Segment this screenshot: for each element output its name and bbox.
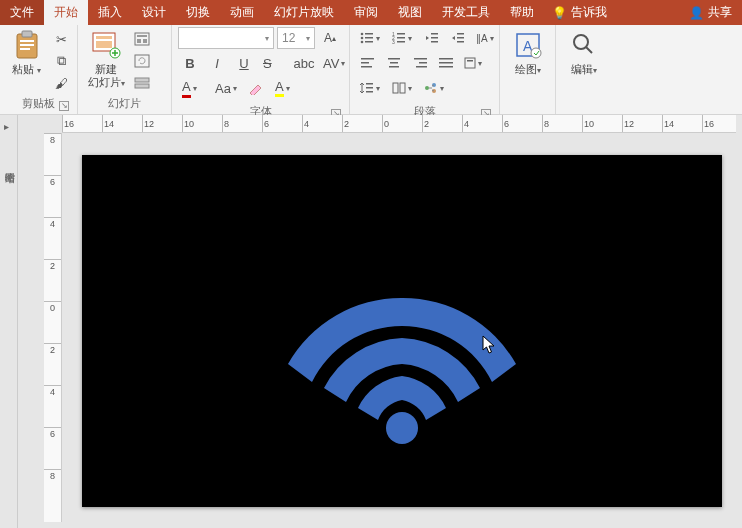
tell-me-label: 告诉我 — [571, 4, 607, 21]
tab-view[interactable]: 视图 — [388, 0, 432, 25]
align-left-button[interactable] — [356, 52, 380, 74]
align-right-button[interactable] — [408, 52, 432, 74]
smartart-button[interactable]: ▾ — [420, 77, 450, 99]
group-editing: 编辑▾ — [556, 25, 612, 114]
svg-rect-35 — [361, 62, 369, 64]
increase-indent-button[interactable] — [446, 27, 470, 49]
align-center-button[interactable] — [382, 52, 406, 74]
font-name-combo[interactable]: ▾ — [178, 27, 274, 49]
char-spacing-button[interactable]: AV▾ — [319, 52, 349, 74]
svg-rect-7 — [96, 41, 112, 48]
svg-rect-23 — [397, 33, 405, 35]
svg-rect-17 — [365, 33, 373, 35]
svg-rect-34 — [361, 58, 374, 60]
tab-help[interactable]: 帮助 — [500, 0, 544, 25]
copy-icon: ⧉ — [57, 53, 66, 69]
svg-rect-36 — [361, 66, 372, 68]
font-size-combo[interactable]: 12 ▾ — [277, 27, 315, 49]
wifi-shape[interactable] — [252, 242, 552, 462]
svg-rect-10 — [137, 35, 147, 37]
bullets-button[interactable]: ▾ — [356, 27, 386, 49]
tab-devtools[interactable]: 开发工具 — [432, 0, 500, 25]
slide-canvas[interactable] — [82, 155, 722, 507]
decrease-indent-button[interactable] — [420, 27, 444, 49]
italic-button[interactable]: I — [205, 52, 229, 74]
thumbnail-pane-collapsed[interactable]: ▸ 缩略图 — [0, 115, 18, 528]
highlight-button[interactable]: A▾ — [271, 77, 301, 99]
align-text-button[interactable]: ▾ — [460, 52, 490, 74]
vertical-ruler[interactable]: 864202468 — [44, 133, 62, 522]
ribbon: 粘贴 ▾ ✂ ⧉ 🖌 剪贴板↘ 新建 幻灯片▾ 幻灯片 — [0, 25, 742, 115]
expand-chevron-icon[interactable]: ▸ — [4, 121, 9, 132]
underline-button[interactable]: U — [232, 52, 256, 74]
grow-font-button[interactable]: A▴ — [318, 27, 342, 49]
tab-design[interactable]: 设计 — [132, 0, 176, 25]
font-color-button[interactable]: A▾ — [178, 77, 208, 99]
svg-rect-12 — [143, 39, 147, 43]
change-case-button[interactable]: Aa▾ — [211, 77, 241, 99]
svg-rect-2 — [20, 40, 34, 42]
svg-point-60 — [386, 412, 418, 444]
strike-button[interactable]: S — [259, 52, 289, 74]
svg-text:3: 3 — [392, 39, 395, 44]
bold-button[interactable]: B — [178, 52, 202, 74]
svg-rect-33 — [457, 41, 464, 43]
share-button[interactable]: 👤 共享 — [679, 0, 742, 25]
clipboard-launcher[interactable]: ↘ — [59, 101, 69, 111]
tab-file[interactable]: 文件 — [0, 0, 44, 25]
format-painter-button[interactable]: 🖌 — [51, 73, 71, 93]
svg-rect-3 — [20, 44, 34, 46]
cut-button[interactable]: ✂ — [51, 29, 71, 49]
new-slide-button[interactable]: 新建 幻灯片▾ — [84, 27, 128, 89]
tab-transition[interactable]: 切换 — [176, 0, 220, 25]
svg-rect-14 — [135, 78, 149, 82]
copy-button[interactable]: ⧉ — [51, 51, 71, 71]
svg-rect-41 — [419, 62, 427, 64]
section-button[interactable] — [132, 73, 152, 93]
svg-rect-25 — [397, 37, 405, 39]
reset-button[interactable] — [132, 51, 152, 71]
drawing-button[interactable]: A 绘图▾ — [506, 27, 549, 76]
layout-button[interactable] — [132, 29, 152, 49]
line-spacing-button[interactable]: ▾ — [356, 77, 386, 99]
svg-rect-29 — [431, 37, 438, 39]
columns-button[interactable]: ▾ — [388, 77, 418, 99]
brush-icon: 🖌 — [55, 76, 68, 91]
numbering-button[interactable]: 123▾ — [388, 27, 418, 49]
svg-rect-15 — [135, 84, 149, 88]
svg-rect-40 — [414, 58, 427, 60]
svg-rect-37 — [388, 58, 400, 60]
chevron-down-icon: ▾ — [306, 34, 310, 43]
svg-rect-11 — [137, 39, 141, 43]
tab-slideshow[interactable]: 幻灯片放映 — [264, 0, 344, 25]
svg-rect-45 — [439, 66, 453, 68]
tab-review[interactable]: 审阅 — [344, 0, 388, 25]
justify-button[interactable] — [434, 52, 458, 74]
tab-home[interactable]: 开始 — [44, 0, 88, 25]
clipboard-icon — [11, 29, 43, 61]
svg-rect-32 — [457, 37, 464, 39]
svg-point-58 — [531, 48, 541, 58]
svg-rect-6 — [96, 36, 112, 39]
new-slide-icon — [90, 29, 122, 61]
tab-animation[interactable]: 动画 — [220, 0, 264, 25]
svg-rect-46 — [465, 58, 475, 68]
chevron-down-icon: ▾ — [265, 34, 269, 43]
svg-rect-28 — [431, 33, 438, 35]
svg-point-18 — [361, 37, 364, 40]
svg-rect-42 — [416, 66, 427, 68]
tab-insert[interactable]: 插入 — [88, 0, 132, 25]
clear-format-button[interactable] — [244, 77, 268, 99]
editing-label: 编辑 — [571, 63, 593, 75]
group-font: ▾ 12 ▾ A▴ B I U S abc AV▾ A▾ Aa▾ A▾ — [172, 25, 350, 114]
horizontal-ruler[interactable]: 1614121086420246810121416 — [62, 115, 736, 133]
svg-point-53 — [425, 86, 429, 90]
group-slides: 新建 幻灯片▾ 幻灯片 — [78, 25, 172, 114]
paste-button[interactable]: 粘贴 ▾ — [6, 27, 47, 76]
shadow-button[interactable]: abc — [292, 52, 316, 74]
tell-me[interactable]: 💡 告诉我 — [544, 0, 615, 25]
editing-button[interactable]: 编辑▾ — [562, 27, 606, 76]
scissors-icon: ✂ — [56, 32, 67, 47]
group-clipboard: 粘贴 ▾ ✂ ⧉ 🖌 剪贴板↘ — [0, 25, 78, 114]
text-direction-button[interactable]: ‖A▾ — [472, 27, 502, 49]
